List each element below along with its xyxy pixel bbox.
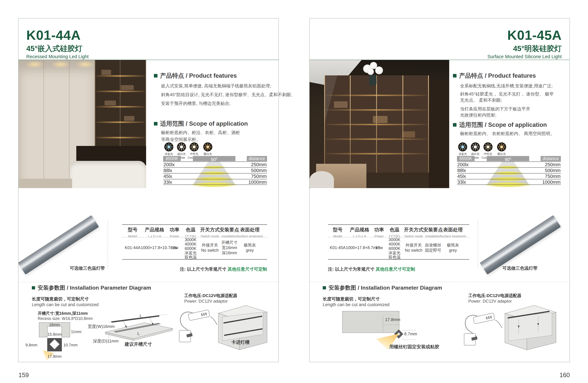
groove-caption: 建议开槽尺寸 [125, 341, 152, 347]
dim-15.8mm: 15.8mm [47, 332, 62, 337]
table-note: 注: 以上尺寸为常规尺寸 其他任意尺寸可定制 [328, 266, 415, 272]
section-separator [310, 282, 569, 282]
recess-note-en: Recess size: W16.8*D10.8mm [38, 316, 93, 321]
feature-line: 斜角45°防炫目设计, 见光不见灯, 迷你型极窄、无光点、柔和不刺眼; [161, 92, 292, 98]
note-highlight: 其他任意尺寸可定制 [376, 267, 415, 272]
lux-value: 45lx [164, 173, 172, 179]
length-note-cn: 长度可随意裁切，可定制尺寸 [323, 296, 380, 302]
lux-value: 200lx [457, 162, 468, 167]
cabinet-caption: 卡进灯槽 [231, 339, 250, 345]
section-title: 安装参数图 / Installation Parameter Diagram [329, 284, 442, 291]
distance-value: 250mm [251, 162, 267, 167]
switch-line: No switch [199, 248, 221, 253]
dim-11mm: 11mm [71, 329, 82, 334]
board-width-label: 宽度(W)16mm [88, 324, 115, 329]
angle-label-bar: 900 [487, 156, 529, 161]
product-photo [310, 60, 449, 188]
table-top-rule [122, 224, 267, 225]
length-note-en: Length can be cut and customized [323, 302, 389, 307]
light-label-cn: 冰蓝光 [162, 152, 175, 156]
light-label-cn: 中性光 [188, 152, 201, 156]
cell-switch: 外接开关 No switch [402, 242, 425, 253]
distance-label-bar: distance [541, 156, 561, 161]
note-highlight: 其他任意尺寸可定制 [228, 267, 267, 272]
feature-line: 光效便往柜内照射; [460, 112, 496, 118]
sun-icon [177, 149, 186, 152]
table-top-rule [328, 224, 469, 225]
lux-value: 88lx [457, 168, 466, 173]
profile-caption: 可选做三色温灯带 [70, 265, 105, 271]
light-label-cn: 超白光 [175, 152, 188, 156]
page-number: 160 [541, 372, 570, 379]
cross-section-diagram: 16mm 11mm 15.8mm 9.8mm 10.7mm 17.8mm [33, 322, 82, 361]
section-installation: 安装参数图 / Installation Parameter Diagram [32, 284, 151, 291]
flowers [367, 68, 374, 75]
dim-10.7mm: 10.7mm [63, 343, 78, 347]
dim-8.7mm: 8.7mm [404, 331, 417, 336]
square-bullet-icon [154, 122, 157, 126]
lux-row: 33lx1000mm [163, 179, 267, 185]
section-scope: 适用范围 / Scope of application [453, 121, 547, 129]
dim-17.8mm: 17.8mm [47, 354, 62, 359]
feature-line: 无光点、 柔和不刺眼; [460, 97, 502, 103]
vertical-divider [478, 220, 478, 269]
dim-9.8mm: 9.8mm [25, 343, 37, 347]
spec-table: 型号Model 产品规格L x D x H 功率Power 色温CCT(K) 开… [328, 224, 469, 260]
section-title: 安装参数图 / Installation Parameter Diagram [38, 284, 151, 291]
dim-17.8mm: 17.8mm [385, 317, 400, 322]
light-label-cn: 中性光 [482, 152, 495, 156]
light-label-cn: 暖白光 [201, 152, 214, 156]
table-note: 注: 以上尺寸为常规尺寸 其他任意尺寸可定制 [122, 266, 267, 272]
light-label-cn: 超白光 [469, 152, 482, 156]
cell-surface: 极简灰 grey [438, 242, 467, 253]
square-bullet-icon [32, 286, 35, 289]
surface-line: 极简灰 [438, 242, 467, 248]
cct-line: 双色温 [179, 255, 202, 259]
dim-16mm: 16mm [47, 323, 62, 327]
product-photo [19, 60, 146, 188]
page-subtitle-cn: 45°明装硅胶灯 [487, 44, 562, 53]
lux-value: 33lx [457, 179, 466, 185]
page-subtitle-en: Recessed Mounting Led Light [26, 54, 89, 59]
col-header: 开关方式Switch mode [402, 227, 425, 238]
beam-distance-table: 6500K 900 distance 200lx250mm 88lx500mm … [163, 156, 267, 185]
lux-value: 88lx [164, 168, 172, 173]
glass-wardrobe [324, 76, 429, 173]
header-cn: 型号 [328, 227, 347, 233]
col-header: 表面处理Surface treatment [235, 227, 264, 238]
surface-line: 极简灰 [235, 242, 264, 248]
table-bottom-rule [122, 259, 267, 260]
sun-icon [471, 149, 480, 152]
header-en: Model [328, 234, 347, 238]
header-cn: 型号 [123, 227, 142, 233]
header-cn: 表面处理 [235, 227, 264, 233]
page-subtitle-en: Surface Mounted Silicone Led Light [487, 54, 562, 59]
lux-value: 200lx [164, 162, 175, 167]
header-en: Switch mode [199, 234, 221, 238]
col-header: 型号Model [328, 227, 347, 238]
switch-line: No switch [402, 248, 425, 253]
page-number: 159 [19, 372, 29, 379]
length-mark: L [140, 313, 142, 318]
distance-value: 250mm [545, 162, 561, 167]
vertical-divider [108, 220, 108, 269]
feature-line: 安装于预开的槽里, 与槽边完美贴合; [161, 100, 231, 106]
note-text: 注: 以上尺寸为常规尺寸 [328, 267, 376, 272]
section-scope: 适用范围 / Scope of application [154, 120, 248, 128]
lux-row: 88lx500mm [457, 167, 561, 173]
lux-value: 33lx [164, 179, 172, 185]
sun-icon [483, 149, 493, 152]
dim-guide-line [403, 340, 416, 340]
cell-switch: 外接开关 No switch [199, 242, 221, 253]
square-bullet-icon [453, 123, 457, 127]
length-note-cn: 长度可随意裁切，可定制尺寸 [32, 296, 89, 302]
floor [19, 179, 72, 188]
distance-value: 500mm [545, 168, 561, 173]
distance-value: 750mm [545, 173, 561, 179]
angle-sup: 0 [510, 157, 511, 160]
square-bullet-icon [453, 74, 457, 77]
light-label-cn: 冰蓝光 [456, 152, 469, 156]
adaptor-diagram [462, 309, 503, 348]
switch-line: 外接开关 [402, 242, 425, 248]
cct-line: 双色温 [383, 255, 406, 259]
